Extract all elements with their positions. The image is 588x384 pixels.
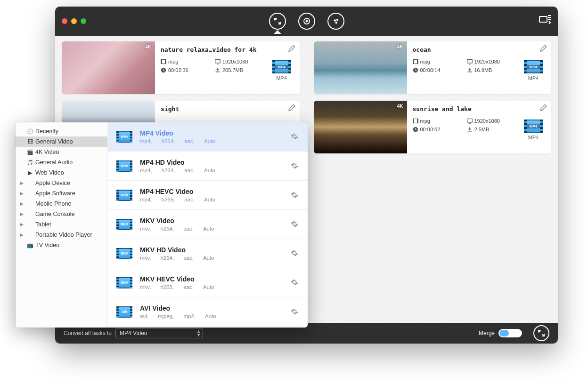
video-resolution: 1920x1080: [215, 59, 262, 64]
svg-rect-14: [417, 60, 418, 64]
web-icon: ▶: [27, 169, 33, 176]
video-title: sight: [161, 105, 294, 112]
edit-icon[interactable]: [287, 44, 296, 53]
format-title: MKV HEVC Video: [140, 275, 283, 283]
format-list: MP4 MP4 Video mp4,h264,aac,Auto MP4 MP4 …: [108, 122, 308, 328]
edit-icon[interactable]: [539, 104, 547, 112]
category-item[interactable]: ▶Tablet: [16, 219, 107, 230]
category-item[interactable]: 📺TV Video: [16, 240, 107, 250]
format-item[interactable]: MP4 MP4 HD Video mp4,h264,aac,Auto: [108, 152, 308, 181]
category-label: Tablet: [35, 221, 51, 228]
svg-rect-19: [413, 119, 414, 123]
video-duration: 00:00:02: [413, 127, 453, 132]
tv-icon: 📺: [27, 242, 33, 248]
gear-icon[interactable]: [291, 308, 299, 316]
video-size: 2.5MB: [467, 127, 514, 132]
video-title: ocean: [413, 46, 546, 53]
output-format-button[interactable]: MP4 MP4: [270, 60, 293, 81]
format-sub: mkv,h264,aac,Auto: [140, 226, 283, 232]
svg-point-2: [334, 19, 336, 22]
category-label: Apple Device: [35, 180, 70, 186]
category-item[interactable]: ▶Portable Video Player: [16, 230, 107, 240]
gear-icon[interactable]: [291, 249, 299, 258]
format-chooser-popover: 🕘Recently🎞General Video🎬4K Video🎵General…: [16, 122, 308, 328]
format-icon: MP4: [116, 131, 132, 143]
category-label: 4K Video: [35, 149, 59, 155]
output-format-select[interactable]: MP4 Video ▲▼: [115, 328, 203, 338]
svg-rect-9: [215, 60, 220, 64]
format-item[interactable]: MP4 MP4 Video mp4,h264,aac,Auto: [108, 122, 308, 152]
category-item[interactable]: 🎬4K Video: [16, 147, 107, 157]
badge-4k: 4K: [397, 44, 403, 49]
video-card[interactable]: 4K ocean mpg 1920x1080 00:00:14 16.9MB M…: [314, 41, 552, 94]
category-label: General Audio: [35, 159, 73, 166]
gear-icon[interactable]: [291, 220, 299, 229]
category-item[interactable]: 🕘Recently: [16, 126, 107, 136]
merge-label: Merge: [479, 330, 495, 336]
clock-icon: 🕘: [27, 128, 33, 135]
svg-rect-5: [539, 16, 547, 22]
gear-icon[interactable]: [291, 133, 299, 141]
format-item[interactable]: MKV MKV HEVC Video mkv,h265,aac,Auto: [108, 268, 308, 297]
format-icon: MP4: [116, 160, 132, 172]
category-item[interactable]: ▶Game Console: [16, 209, 107, 219]
video-thumbnail[interactable]: 4K: [314, 41, 407, 94]
category-item[interactable]: ▶Apple Software: [16, 188, 107, 199]
zoom-icon[interactable]: [81, 18, 86, 24]
format-item[interactable]: MKV MKV HD Video mkv,h264,aac,Auto: [108, 239, 308, 268]
category-label: Game Console: [35, 211, 74, 217]
svg-rect-23: [467, 131, 472, 132]
audio-icon: 🎵: [27, 159, 33, 166]
output-format-button[interactable]: MP4 MP4: [522, 60, 545, 81]
convert-tab-icon[interactable]: [269, 13, 286, 30]
format-item[interactable]: MKV MKV Video mkv,h264,aac,Auto: [108, 210, 308, 239]
category-label: Apple Software: [35, 190, 75, 197]
video-size: 16.9MB: [467, 67, 514, 73]
svg-rect-11: [216, 72, 220, 72]
video-resolution: 1920x1080: [467, 59, 514, 64]
convert-button[interactable]: [533, 325, 549, 341]
category-item[interactable]: ▶Web Video: [16, 168, 107, 178]
format-sub: mp4,h265,aac,Auto: [140, 197, 283, 202]
video-title: sunrise and lake: [413, 105, 546, 112]
format-item[interactable]: MP4 MP4 HEVC Video mp4,h265,aac,Auto: [108, 181, 308, 210]
category-label: Portable Video Player: [35, 232, 92, 238]
video-duration: 00:00:14: [413, 67, 453, 73]
svg-rect-8: [165, 60, 166, 64]
svg-point-4: [335, 22, 337, 24]
edit-icon[interactable]: [287, 104, 296, 112]
category-item[interactable]: ▶Apple Device: [16, 178, 107, 188]
category-label: Web Video: [35, 169, 64, 176]
video-card[interactable]: 4K sunrise and lake mpg 1920x1080 00:00:…: [314, 101, 552, 153]
format-title: MP4 Video: [140, 129, 283, 137]
close-icon[interactable]: [62, 18, 67, 24]
gear-icon[interactable]: [291, 279, 299, 287]
video-thumbnail[interactable]: 4K: [62, 41, 155, 94]
format-title: MP4 HD Video: [140, 159, 283, 166]
format-icon: MKV: [116, 219, 132, 230]
disc-tab-icon[interactable]: [298, 13, 315, 30]
svg-rect-17: [467, 72, 472, 72]
minimize-icon[interactable]: [71, 18, 77, 24]
video-thumbnail[interactable]: 4K: [314, 101, 407, 153]
media-library-icon[interactable]: [539, 15, 551, 27]
gear-icon[interactable]: [291, 191, 299, 200]
gear-icon[interactable]: [291, 162, 299, 170]
download-tab-icon[interactable]: [327, 13, 344, 30]
format-item[interactable]: AVI AVI Video avi,mjpeg,mp2,Auto: [108, 297, 308, 327]
video-card[interactable]: 4K nature relaxa…video for 4k mpg 1920x1…: [62, 41, 300, 94]
category-item[interactable]: ▶Mobile Phone: [16, 199, 107, 209]
category-item[interactable]: 🎞General Video: [16, 136, 107, 147]
output-format-button[interactable]: MP4 MP4: [522, 120, 545, 140]
edit-icon[interactable]: [539, 44, 547, 53]
video-format: mpg: [413, 118, 453, 124]
svg-rect-7: [161, 60, 162, 64]
merge-toggle[interactable]: [498, 329, 522, 337]
format-sub: mp4,h264,aac,Auto: [140, 138, 283, 144]
category-item[interactable]: 🎵General Audio: [16, 157, 107, 168]
format-sub: avi,mjpeg,mp2,Auto: [140, 313, 283, 319]
badge-4k: 4K: [397, 104, 403, 109]
video-resolution: 1920x1080: [467, 118, 514, 124]
convert-all-label: Convert all tasks to: [64, 330, 112, 336]
video-size: 205.7MB: [215, 67, 262, 73]
